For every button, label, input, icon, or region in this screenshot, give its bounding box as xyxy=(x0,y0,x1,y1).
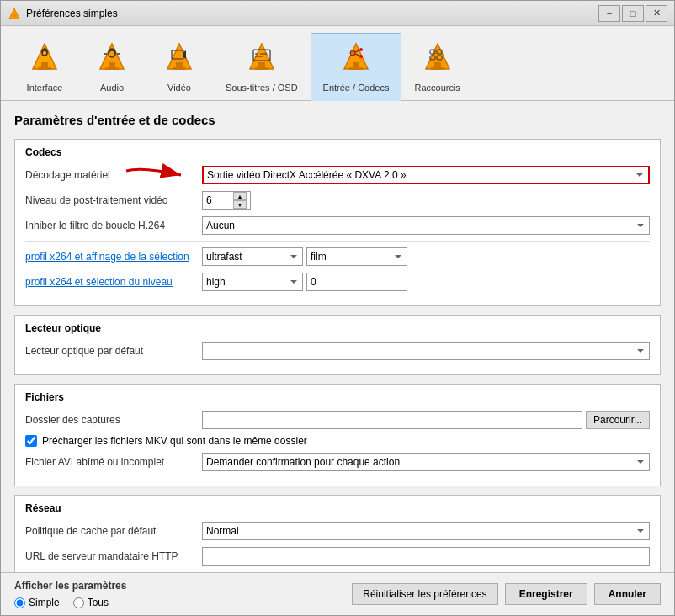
files-section-title: Fichiers xyxy=(25,391,650,403)
svg-rect-26 xyxy=(353,62,359,67)
audio-tab-icon xyxy=(92,39,132,79)
footer: Afficher les paramètres Simple Tous Réin… xyxy=(1,572,674,615)
avi-label: Fichier AVI abîmé ou incomplet xyxy=(25,456,202,468)
hardware-decode-select[interactable]: Sortie vidéo DirectX Accélérée « DXVA 2.… xyxy=(202,166,650,184)
tab-interface[interactable]: Interface xyxy=(11,33,78,100)
optical-section-title: Lecteur optique xyxy=(25,322,650,334)
vlc-title-icon xyxy=(8,7,21,20)
optical-select[interactable] xyxy=(202,342,650,360)
codecs-section-title: Codecs xyxy=(25,146,650,158)
loop-filter-row: Inhiber le filtre de boucle H.264 Aucun xyxy=(25,215,650,236)
minimize-button[interactable]: − xyxy=(598,5,620,22)
cache-select[interactable]: Normal xyxy=(202,522,650,540)
x264-profile-row: profil x264 et affinage de la sélection … xyxy=(25,247,650,267)
simple-radio[interactable] xyxy=(14,597,25,608)
svg-point-29 xyxy=(359,48,363,51)
tab-video[interactable]: Vidéo xyxy=(146,33,213,100)
cache-control: Normal xyxy=(202,522,650,540)
subtitles-tab-icon xyxy=(242,39,282,79)
capture-control: Parcourir... xyxy=(202,411,650,429)
footer-radios: Simple Tous xyxy=(14,597,126,608)
proxy-input[interactable] xyxy=(202,547,650,566)
postprocess-spin-down[interactable]: ▼ xyxy=(233,200,247,209)
tab-bar: Interface Audio xyxy=(1,26,674,101)
tab-input[interactable]: Entrée / Codecs xyxy=(311,33,402,101)
x264-level-label[interactable]: profil x264 et sélection du niveau xyxy=(25,276,202,288)
x264-profile-label[interactable]: profil x264 et affinage de la sélection xyxy=(25,251,202,263)
optical-control xyxy=(202,342,650,360)
preload-mkv-checkbox[interactable] xyxy=(25,435,37,447)
browse-button[interactable]: Parcourir... xyxy=(586,411,650,429)
x264-tuning-select[interactable]: film xyxy=(306,247,407,266)
maximize-button[interactable]: □ xyxy=(622,5,644,22)
tab-subtitles[interactable]: Sous-titres / OSD xyxy=(213,33,311,100)
postprocess-spin-buttons: ▲ ▼ xyxy=(233,192,247,209)
svg-rect-19 xyxy=(258,62,265,67)
hardware-decode-control: Sortie vidéo DirectX Accélérée « DXVA 2.… xyxy=(202,166,650,184)
postprocess-row: Niveau de post-traitement vidéo ▲ ▼ xyxy=(25,190,650,210)
postprocess-spinner: ▲ ▼ xyxy=(202,191,251,210)
capture-label: Dossier des captures xyxy=(25,414,202,426)
network-section: Réseau Politique de cache par défaut Nor… xyxy=(14,495,661,572)
all-radio-option[interactable]: Tous xyxy=(73,597,109,608)
files-section: Fichiers Dossier des captures Parcourir.… xyxy=(14,384,661,486)
all-radio[interactable] xyxy=(73,597,84,608)
loop-filter-select[interactable]: Aucun xyxy=(202,216,650,235)
red-arrow-indicator xyxy=(118,162,194,188)
svg-rect-1 xyxy=(13,14,16,17)
network-section-title: Réseau xyxy=(25,502,650,514)
postprocess-input[interactable] xyxy=(203,192,233,209)
window-title: Préférences simples xyxy=(26,8,118,19)
tab-shortcuts-label: Raccourcis xyxy=(414,82,460,93)
svg-rect-20 xyxy=(255,67,268,70)
postprocess-control: ▲ ▼ xyxy=(202,191,650,210)
proxy-control xyxy=(202,547,650,566)
footer-right: Réinitialiser les préférences Enregistre… xyxy=(352,583,661,605)
save-button[interactable]: Enregistrer xyxy=(505,583,587,605)
title-bar-left: Préférences simples xyxy=(8,7,118,20)
tab-interface-label: Interface xyxy=(27,82,63,93)
cache-row: Politique de cache par défaut Normal xyxy=(25,521,650,541)
svg-rect-14 xyxy=(176,62,183,67)
cache-label: Politique de cache par défaut xyxy=(25,525,202,537)
shortcuts-tab-icon xyxy=(417,39,458,79)
input-tab-icon xyxy=(336,39,376,79)
svg-rect-8 xyxy=(109,62,115,67)
optical-section: Lecteur optique Lecteur optique par défa… xyxy=(14,315,661,375)
tab-shortcuts[interactable]: Raccourcis xyxy=(401,33,472,100)
title-bar-buttons: − □ ✕ xyxy=(598,5,667,22)
capture-input[interactable] xyxy=(202,411,582,429)
tab-audio-label: Audio xyxy=(100,82,124,93)
tab-audio[interactable]: Audio xyxy=(78,33,146,100)
all-label: Tous xyxy=(88,597,109,608)
svg-point-28 xyxy=(350,50,355,56)
simple-radio-option[interactable]: Simple xyxy=(14,597,60,608)
tab-video-label: Vidéo xyxy=(167,82,191,93)
x264-level-select[interactable]: high xyxy=(202,273,303,291)
proxy-row: URL de serveur mandataire HTTP xyxy=(25,546,650,566)
postprocess-spin-up[interactable]: ▲ xyxy=(233,192,247,200)
title-bar: Préférences simples − □ ✕ xyxy=(1,1,674,26)
simple-label: Simple xyxy=(29,597,60,608)
proxy-label: URL de serveur mandataire HTTP xyxy=(25,550,202,562)
avi-select[interactable]: Demander confirmation pour chaque action xyxy=(202,453,650,471)
loop-filter-control: Aucun xyxy=(202,216,650,235)
svg-marker-0 xyxy=(9,8,19,19)
video-tab-icon xyxy=(159,39,199,79)
codecs-section: Codecs Décodage matériel S xyxy=(14,139,661,306)
x264-profile-control: ultrafast film xyxy=(202,247,650,266)
x264-level-input[interactable] xyxy=(306,273,407,291)
reset-button[interactable]: Réinitialiser les préférences xyxy=(352,583,497,605)
settings-label: Afficher les paramètres xyxy=(14,580,126,592)
avi-row: Fichier AVI abîmé ou incomplet Demander … xyxy=(25,452,650,472)
x264-profile-select[interactable]: ultrafast xyxy=(202,247,303,266)
postprocess-label: Niveau de post-traitement vidéo xyxy=(25,194,202,206)
hardware-decode-row: Décodage matériel Sortie vidéo DirectX A… xyxy=(25,165,650,185)
svg-rect-32 xyxy=(434,62,441,67)
interface-tab-icon xyxy=(24,39,65,79)
loop-filter-label: Inhiber le filtre de boucle H.264 xyxy=(25,220,202,231)
page-title: Paramètres d'entrée et de codecs xyxy=(14,113,661,127)
close-button[interactable]: ✕ xyxy=(646,5,667,22)
cancel-button[interactable]: Annuler xyxy=(594,583,661,605)
svg-rect-33 xyxy=(431,67,444,70)
